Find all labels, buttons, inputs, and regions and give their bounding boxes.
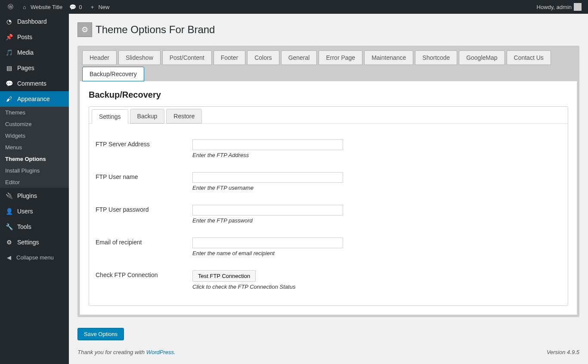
- site-title: Website Title: [31, 4, 62, 10]
- wp-logo[interactable]: ⓦ: [6, 3, 14, 11]
- hint-pass: Enter the FTP password: [192, 217, 561, 224]
- subtab-settings[interactable]: Settings: [92, 109, 128, 124]
- plus-icon: +: [88, 4, 96, 10]
- greeting: Howdy, admin: [537, 4, 572, 10]
- plug-icon: 🔌: [5, 192, 13, 199]
- menu-comments[interactable]: 💬Comments: [0, 76, 69, 91]
- menu-plugins[interactable]: 🔌Plugins: [0, 188, 69, 204]
- tab-shortcode[interactable]: Shortcode: [415, 50, 457, 65]
- menu-appearance[interactable]: 🖌Appearance: [0, 91, 69, 107]
- settings-form: FTP Server Address Enter the FTP Address…: [89, 124, 568, 305]
- submenu-install-plugins[interactable]: Install Plugins: [0, 165, 69, 176]
- page-title: Theme Options For Brand: [96, 24, 215, 36]
- wordpress-link[interactable]: WordPress: [146, 349, 174, 355]
- tab-slideshow[interactable]: Slideshow: [118, 50, 161, 65]
- section-title: Backup/Recovery: [89, 90, 568, 100]
- comments-link[interactable]: 💬0: [69, 4, 82, 10]
- submenu-themes[interactable]: Themes: [0, 107, 69, 118]
- menu-pages[interactable]: ▤Pages: [0, 60, 69, 76]
- submenu-menus[interactable]: Menus: [0, 142, 69, 153]
- menu-users[interactable]: 👤Users: [0, 204, 69, 219]
- media-icon: 🎵: [5, 49, 13, 56]
- pin-icon: 📌: [5, 34, 13, 40]
- tab-general[interactable]: General: [281, 50, 317, 65]
- pages-icon: ▤: [5, 65, 13, 71]
- tab-colors[interactable]: Colors: [247, 50, 279, 65]
- home-icon: ⌂: [21, 4, 28, 10]
- input-user[interactable]: [192, 172, 343, 183]
- tab-error[interactable]: Error Page: [319, 50, 362, 65]
- save-options-button[interactable]: Save Options: [77, 328, 124, 340]
- tab-backup[interactable]: Backup/Recovery: [82, 67, 144, 81]
- wrench-icon: 🔧: [5, 223, 13, 230]
- submenu-editor[interactable]: Editor: [0, 176, 69, 188]
- collapse-icon: ◀: [5, 254, 13, 261]
- avatar-icon: [574, 3, 582, 11]
- input-server[interactable]: [192, 139, 343, 150]
- hint-check: Click to check the FTP Connection Status: [192, 284, 561, 290]
- new-label: New: [98, 4, 109, 10]
- admin-sidebar: ◔Dashboard 📌Posts 🎵Media ▤Pages 💬Comment…: [0, 14, 69, 364]
- options-icon: ⚙: [77, 22, 92, 37]
- tab-googlemap[interactable]: GoogleMap: [459, 50, 504, 65]
- tabs: Header Slideshow Post/Content Footer Col…: [80, 48, 577, 81]
- footer: Thank you for creating with WordPress. V…: [77, 340, 579, 355]
- label-server: FTP Server Address: [96, 139, 192, 158]
- comment-icon: 💬: [69, 4, 77, 10]
- submenu-widgets[interactable]: Widgets: [0, 130, 69, 142]
- input-email[interactable]: [192, 238, 343, 248]
- tab-maintenance[interactable]: Maintenance: [364, 50, 413, 65]
- label-user: FTP User name: [96, 172, 192, 191]
- subtab-restore[interactable]: Restore: [166, 109, 202, 123]
- tab-content: Backup/Recovery Settings Backup Restore …: [80, 81, 577, 315]
- footer-version: Version 4.9.5: [547, 349, 579, 355]
- submenu-appearance: Themes Customize Widgets Menus Theme Opt…: [0, 107, 69, 188]
- tab-contact[interactable]: Contact Us: [507, 50, 551, 65]
- hint-server: Enter the FTP Address: [192, 152, 561, 158]
- tab-post[interactable]: Post/Content: [162, 50, 212, 65]
- collapse-menu[interactable]: ◀Collapse menu: [0, 250, 69, 265]
- hint-user: Enter the FTP username: [192, 185, 561, 191]
- label-check: Check FTP Connection: [96, 270, 192, 290]
- menu-media[interactable]: 🎵Media: [0, 45, 69, 60]
- tab-header[interactable]: Header: [82, 50, 117, 65]
- submenu-customize[interactable]: Customize: [0, 118, 69, 130]
- menu-dashboard[interactable]: ◔Dashboard: [0, 14, 69, 29]
- test-connection-button[interactable]: Test FTP Connection: [192, 270, 256, 282]
- user-icon: 👤: [5, 208, 13, 215]
- wordpress-icon: ⓦ: [6, 3, 14, 11]
- subtab-backup[interactable]: Backup: [130, 109, 165, 123]
- tab-footer[interactable]: Footer: [214, 50, 245, 65]
- subtabs: Settings Backup Restore: [89, 106, 568, 124]
- options-panel: Header Slideshow Post/Content Footer Col…: [77, 46, 579, 317]
- footer-thanks: Thank you for creating with: [77, 349, 146, 355]
- site-link[interactable]: ⌂Website Title: [21, 4, 62, 10]
- brush-icon: 🖌: [5, 96, 13, 102]
- submenu-theme-options[interactable]: Theme Options: [0, 153, 69, 165]
- menu-tools[interactable]: 🔧Tools: [0, 219, 69, 234]
- main-content: ⚙ Theme Options For Brand Header Slidesh…: [69, 14, 588, 364]
- user-greeting-link[interactable]: Howdy, admin: [537, 3, 582, 11]
- label-email: Email of recipient: [96, 238, 192, 256]
- admin-bar: ⓦ ⌂Website Title 💬0 +New Howdy, admin: [0, 0, 588, 14]
- dashboard-icon: ◔: [5, 18, 13, 25]
- menu-posts[interactable]: 📌Posts: [0, 29, 69, 45]
- new-link[interactable]: +New: [88, 4, 109, 10]
- comments-count: 0: [79, 4, 82, 10]
- label-pass: FTP User password: [96, 205, 192, 224]
- hint-email: Enter the name of email recipient: [192, 250, 561, 256]
- input-pass[interactable]: [192, 205, 343, 216]
- sliders-icon: ⚙: [5, 239, 13, 246]
- comment-icon: 💬: [5, 80, 13, 87]
- page-header: ⚙ Theme Options For Brand: [77, 22, 579, 37]
- menu-settings[interactable]: ⚙Settings: [0, 234, 69, 250]
- subtabs-box: Settings Backup Restore FTP Server Addre…: [89, 106, 568, 306]
